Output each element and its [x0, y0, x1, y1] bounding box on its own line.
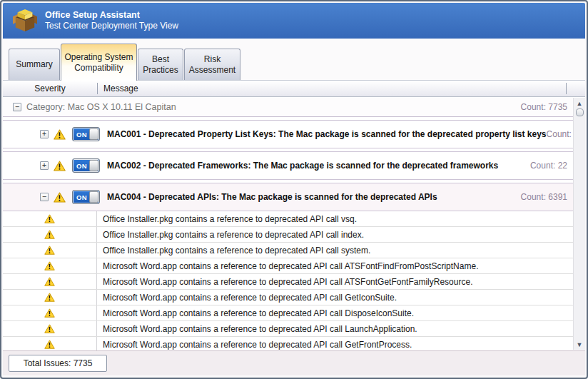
warning-triangle-icon [44, 246, 55, 255]
app-subtitle: Test Center Deployment Type View [45, 21, 178, 31]
tab-operating-system-compatibility[interactable]: Operating System Compatibility [61, 44, 137, 81]
rule-label: MAC002 - Deprecated Frameworks: The Mac … [107, 161, 498, 171]
column-header-severity[interactable]: Severity [3, 84, 97, 94]
issue-message: Office Installer.pkg contains a referenc… [97, 230, 364, 240]
total-issues-badge: Total Issues: 7735 [9, 355, 107, 372]
tab-risk-assessment-label: Risk Assessment [185, 54, 240, 76]
warning-triangle-icon [54, 192, 66, 203]
scroll-up-icon[interactable]: ▲ [574, 98, 585, 108]
issue-message: Microsoft Word.app contains a reference … [97, 308, 414, 318]
warning-triangle-icon [44, 230, 55, 239]
app-title: Office Setup Assistant [45, 10, 178, 21]
severity-cell [3, 243, 97, 258]
issue-row[interactable]: Microsoft Word.app contains a reference … [3, 305, 573, 321]
severity-cell [3, 211, 97, 226]
rule-toggle-switch[interactable]: ON [72, 190, 100, 204]
collapse-icon[interactable]: − [13, 103, 21, 111]
warning-triangle-icon [54, 161, 66, 171]
rule-toggle-switch[interactable]: ON [72, 127, 100, 141]
issue-row[interactable]: Microsoft Word.app contains a reference … [3, 290, 573, 305]
tab-risk-assessment[interactable]: Risk Assessment [184, 49, 240, 80]
warning-triangle-icon [44, 340, 55, 349]
warning-triangle-icon [44, 261, 55, 271]
severity-cell [3, 321, 97, 336]
issue-message: Microsoft Word.app contains a reference … [97, 340, 412, 350]
issue-row[interactable]: Office Installer.pkg contains a referenc… [3, 227, 573, 243]
warning-triangle-icon [44, 277, 55, 286]
issue-message: Office Installer.pkg contains a referenc… [97, 246, 370, 256]
category-count: Count: 7735 [521, 102, 567, 112]
issue-message: Microsoft Word.app contains a reference … [97, 277, 472, 287]
warning-triangle-icon [44, 308, 55, 318]
severity-cell [3, 290, 97, 305]
scrollbar-thumb[interactable] [576, 108, 584, 116]
column-header-message[interactable]: Message [98, 84, 566, 94]
severity-cell [3, 274, 97, 289]
toggle-knob [89, 128, 98, 140]
category-row[interactable]: − Category: Mac OS X 10.11 El Capitan Co… [3, 97, 573, 117]
scroll-down-icon[interactable]: ▼ [574, 339, 585, 350]
package-box-icon [11, 9, 39, 33]
warning-triangle-icon [54, 129, 66, 140]
header-titles: Office Setup Assistant Test Center Deplo… [45, 10, 178, 32]
rule-label: MAC004 - Deprecated APIs: The Mac packag… [107, 192, 437, 202]
toggle-on-label: ON [76, 131, 87, 138]
warning-triangle-icon [44, 214, 55, 223]
issue-message: Microsoft Word.app contains a reference … [97, 261, 478, 271]
tab-bar: Summary Operating System Compatibility B… [3, 39, 585, 80]
toggle-knob [89, 191, 98, 203]
toggle-knob [89, 160, 98, 171]
issue-row[interactable]: Office Installer.pkg contains a referenc… [3, 211, 573, 227]
issue-row[interactable]: Microsoft Word.app contains a reference … [3, 337, 573, 350]
issue-row[interactable]: Microsoft Word.app contains a reference … [3, 321, 573, 337]
warning-triangle-icon [44, 324, 55, 333]
rule-row-mac004[interactable]: − ON MAC004 - Deprecated APIs: The Mac p… [3, 183, 573, 211]
office-setup-assistant-window: Office Setup Assistant Test Center Deplo… [0, 0, 588, 379]
rule-toggle-switch[interactable]: ON [72, 158, 100, 173]
toggle-on-label: ON [76, 193, 87, 201]
rule-label: MAC001 - Deprecated Property List Keys: … [107, 129, 547, 139]
column-divider-right [566, 83, 567, 94]
expand-icon[interactable]: + [40, 161, 49, 170]
severity-cell [3, 337, 97, 350]
category-label: Category: Mac OS X 10.11 El Capitan [26, 102, 176, 112]
tab-summary-label: Summary [16, 59, 52, 70]
rule-count: Count: 6391 [521, 192, 567, 202]
tab-best-practices[interactable]: Best Practices [138, 49, 183, 80]
tab-summary[interactable]: Summary [9, 49, 60, 80]
toggle-on-label: ON [76, 162, 87, 170]
tab-osc-label: Operating System Compatibility [61, 52, 136, 74]
collapse-icon[interactable]: − [40, 193, 49, 201]
issue-message: Microsoft Word.app contains a reference … [97, 293, 397, 303]
warning-triangle-icon [44, 293, 55, 302]
status-bar: Total Issues: 7735 [3, 350, 585, 375]
issue-row[interactable]: Office Installer.pkg contains a referenc… [3, 243, 573, 258]
rule-row-mac001[interactable]: + ON MAC001 - Deprecated Property List K… [3, 120, 573, 148]
issue-message: Microsoft Word.app contains a reference … [97, 324, 417, 334]
rule-row-mac002[interactable]: + ON MAC002 - Deprecated Frameworks: The… [3, 151, 573, 180]
issue-row[interactable]: Microsoft Word.app contains a reference … [3, 258, 573, 274]
issue-message: Office Installer.pkg contains a referenc… [97, 214, 357, 224]
app-header: Office Setup Assistant Test Center Deplo… [3, 3, 585, 39]
expand-icon[interactable]: + [40, 130, 49, 138]
severity-cell [3, 227, 97, 242]
grid-column-header: Severity Message [3, 80, 585, 97]
results-grid: − Category: Mac OS X 10.11 El Capitan Co… [3, 97, 585, 350]
severity-cell [3, 258, 97, 273]
tab-best-practices-label: Best Practices [138, 54, 183, 76]
severity-cell [3, 305, 97, 320]
rule-count: Count: 22 [530, 161, 567, 171]
rule-count: Count: 92 [547, 129, 573, 139]
issue-row[interactable]: Microsoft Word.app contains a reference … [3, 274, 573, 290]
vertical-scrollbar[interactable]: ▲ ▼ [573, 98, 585, 350]
